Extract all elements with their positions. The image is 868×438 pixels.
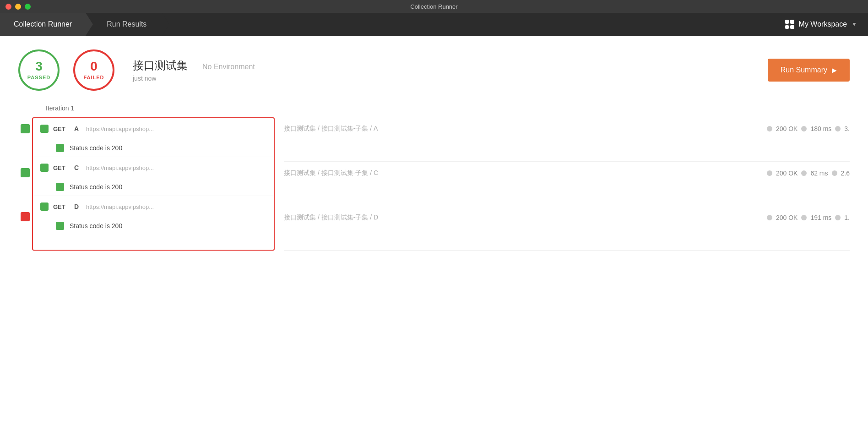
request-row-a[interactable]: GET A https://mapi.appvipshop... xyxy=(33,118,274,139)
collection-info: 接口测试集 No Environment just now xyxy=(133,58,255,82)
request-group-a: GET A https://mapi.appvipshop... Status … xyxy=(33,118,274,157)
close-button[interactable] xyxy=(5,4,11,10)
right-request-row-a: 接口测试集 / 接口测试集-子集 / A 200 OK 180 ms 3. xyxy=(284,117,850,140)
side-indicator-red xyxy=(21,212,30,221)
test-label-d-0: Status code is 200 xyxy=(70,222,122,230)
nav-arrow-bg xyxy=(162,13,169,36)
request-status-dot-a xyxy=(40,125,49,133)
request-name-c: C xyxy=(74,164,81,171)
size-c: 2.6 xyxy=(841,170,850,177)
right-status-d: 200 OK 191 ms 1. xyxy=(767,214,850,221)
request-name-a: A xyxy=(74,125,81,132)
size-dot-a xyxy=(835,126,841,131)
right-path-d: 接口测试集 / 接口测试集-子集 / D xyxy=(284,214,767,222)
no-environment: No Environment xyxy=(202,63,255,71)
window-title: Collection Runner xyxy=(410,3,457,10)
test-dot-a-0 xyxy=(56,144,64,152)
nav-arrow-active xyxy=(86,13,93,36)
results-container: GET A https://mapi.appvipshop... Status … xyxy=(18,117,850,251)
failed-label: FAILED xyxy=(83,75,104,80)
titlebar: Collection Runner xyxy=(0,0,868,13)
workspace-label: My Workspace xyxy=(799,20,847,28)
side-indicator-green xyxy=(21,124,30,133)
request-status-dot-c xyxy=(40,164,49,172)
collection-name: 接口测试集 xyxy=(133,58,188,73)
status-dot-c xyxy=(767,170,772,176)
passed-label: PASSED xyxy=(27,75,50,80)
run-summary-button[interactable]: Run Summary ▶ xyxy=(768,59,850,82)
status-code-a: 200 OK xyxy=(776,125,797,132)
right-request-row-d: 接口测试集 / 接口测试集-子集 / D 200 OK 191 ms 1. xyxy=(284,206,850,229)
status-dot-d xyxy=(767,215,772,220)
status-code-c: 200 OK xyxy=(776,170,797,177)
size-dot-d xyxy=(835,215,841,220)
nav-run-results[interactable]: Run Results xyxy=(86,13,160,36)
traffic-lights xyxy=(5,4,31,10)
test-label-a-0: Status code is 200 xyxy=(70,144,122,152)
test-dot-d-0 xyxy=(56,222,64,230)
failed-badge: 0 FAILED xyxy=(73,49,114,91)
workspace-icon xyxy=(785,20,794,29)
request-url-c: https://mapi.appvipshop... xyxy=(86,164,266,171)
status-code-d: 200 OK xyxy=(776,214,797,221)
right-request-row-c: 接口测试集 / 接口测试集-子集 / C 200 OK 62 ms 2.6 xyxy=(284,162,850,185)
collection-timestamp: just now xyxy=(133,75,255,82)
request-row-d[interactable]: GET D https://mapi.appvipshop... xyxy=(33,196,274,217)
run-summary-label: Run Summary xyxy=(781,66,827,74)
request-name-d: D xyxy=(74,203,81,210)
size-d: 1. xyxy=(844,214,850,221)
request-method-c: GET xyxy=(53,164,70,171)
size-a: 3. xyxy=(844,125,850,132)
workspace-icon-cell xyxy=(790,20,794,24)
right-results: 接口测试集 / 接口测试集-子集 / A 200 OK 180 ms 3. 接口… xyxy=(275,117,850,251)
main-content: 3 PASSED 0 FAILED 接口测试集 No Environment j… xyxy=(0,36,868,438)
workspace-icon-cell xyxy=(785,25,789,29)
right-path-a: 接口测试集 / 接口测试集-子集 / A xyxy=(284,125,767,133)
iteration-label: Iteration 1 xyxy=(18,104,850,112)
request-group-d: GET D https://mapi.appvipshop... Status … xyxy=(33,196,274,235)
test-label-c-0: Status code is 200 xyxy=(70,183,122,191)
passed-count: 3 xyxy=(35,60,43,73)
summary-row: 3 PASSED 0 FAILED 接口测试集 No Environment j… xyxy=(18,49,850,91)
maximize-button[interactable] xyxy=(25,4,31,10)
workspace-icon-cell xyxy=(790,25,794,29)
failed-count: 0 xyxy=(90,60,98,73)
test-row-c-0: Status code is 200 xyxy=(33,178,274,196)
request-row-c[interactable]: GET C https://mapi.appvipshop... xyxy=(33,157,274,178)
status-dot-a xyxy=(767,126,772,131)
nav-run-results-label: Run Results xyxy=(107,20,146,28)
time-dot-a xyxy=(801,126,807,131)
workspace-selector[interactable]: My Workspace ▼ xyxy=(774,13,868,36)
nav-collection-runner[interactable]: Collection Runner xyxy=(0,13,86,36)
time-dot-c xyxy=(801,170,807,176)
run-summary-arrow-icon: ▶ xyxy=(832,66,837,74)
size-dot-c xyxy=(832,170,837,176)
dropdown-arrow-icon: ▼ xyxy=(852,21,857,27)
time-a: 180 ms xyxy=(810,125,831,132)
side-indicator-green xyxy=(21,168,30,177)
right-row-a: 接口测试集 / 接口测试集-子集 / A 200 OK 180 ms 3. xyxy=(284,117,850,162)
test-dot-c-0 xyxy=(56,183,64,191)
minimize-button[interactable] xyxy=(15,4,21,10)
passed-badge: 3 PASSED xyxy=(18,49,60,91)
collection-title-row: 接口测试集 No Environment xyxy=(133,58,255,73)
time-c: 62 ms xyxy=(810,170,828,177)
navbar: Collection Runner Run Results My Workspa… xyxy=(0,13,868,36)
right-status-c: 200 OK 62 ms 2.6 xyxy=(767,170,850,177)
request-group-c: GET C https://mapi.appvipshop... Status … xyxy=(33,157,274,196)
right-test-spacer-a xyxy=(284,140,850,161)
right-status-a: 200 OK 180 ms 3. xyxy=(767,125,850,132)
request-method-d: GET xyxy=(53,203,70,210)
side-indicators xyxy=(18,117,32,251)
right-test-spacer-c xyxy=(284,185,850,206)
request-method-a: GET xyxy=(53,126,70,132)
right-test-spacer-d xyxy=(284,229,850,250)
request-url-a: https://mapi.appvipshop... xyxy=(86,126,266,132)
time-d: 191 ms xyxy=(810,214,831,221)
nav-collection-runner-label: Collection Runner xyxy=(14,20,72,28)
time-dot-d xyxy=(801,215,807,220)
right-path-c: 接口测试集 / 接口测试集-子集 / C xyxy=(284,169,767,177)
request-url-d: https://mapi.appvipshop... xyxy=(86,203,266,210)
workspace-icon-cell xyxy=(785,20,789,24)
results-box: GET A https://mapi.appvipshop... Status … xyxy=(32,117,275,251)
